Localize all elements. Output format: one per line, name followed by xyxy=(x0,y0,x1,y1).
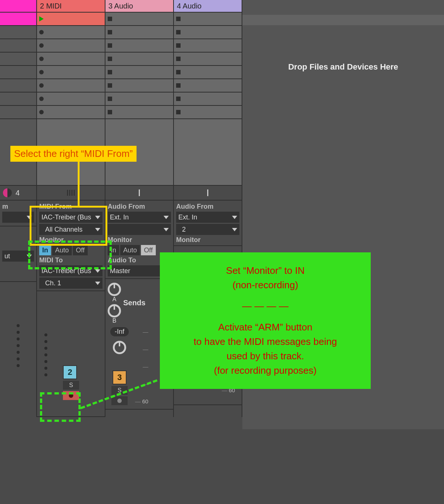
clip-slot[interactable] xyxy=(0,106,36,119)
audio-from-channel-dropdown[interactable]: 2 xyxy=(176,224,239,235)
chevron-down-icon xyxy=(164,228,169,231)
fader-scale: 60 xyxy=(135,327,148,407)
clip-slot[interactable] xyxy=(37,66,105,79)
stop-icon xyxy=(176,70,181,74)
clip-slot[interactable] xyxy=(37,39,105,53)
annotation-text: Set “Monitor” to IN xyxy=(167,263,363,278)
clip-slot[interactable] xyxy=(174,93,242,106)
send-a-knob[interactable] xyxy=(108,283,121,296)
monitor-off-button[interactable]: Off xyxy=(73,245,88,255)
clip-slot[interactable] xyxy=(0,66,36,79)
monitor-in-button[interactable]: In xyxy=(39,245,51,255)
clip-slot[interactable] xyxy=(37,26,105,39)
clip-slot[interactable] xyxy=(0,39,36,53)
send-b-label: B xyxy=(108,317,121,324)
chevron-down-icon xyxy=(164,216,169,219)
stop-icon xyxy=(108,17,112,21)
clip-slot-playing[interactable] xyxy=(37,13,105,26)
send-b-knob[interactable] xyxy=(108,304,121,317)
audio-from-label: Audio From xyxy=(108,203,171,211)
monitor-in-button[interactable]: In xyxy=(108,245,119,255)
chevron-down-icon xyxy=(27,216,32,219)
audio-from-dropdown[interactable]: Ext. In xyxy=(176,212,239,223)
midi-to-channel-dropdown[interactable]: Ch. 1 xyxy=(39,278,102,289)
clip-slot[interactable] xyxy=(0,26,36,39)
chevron-down-icon xyxy=(95,282,100,285)
stop-icon xyxy=(176,30,181,34)
track-header-2-midi[interactable]: 2 MIDI xyxy=(37,0,105,13)
monitor-label: Monitor xyxy=(39,236,102,244)
monitor-auto-button[interactable]: Auto xyxy=(120,245,140,255)
track-status-row xyxy=(37,186,105,201)
pan-knob[interactable] xyxy=(113,341,126,354)
audio-from-channel-dropdown[interactable] xyxy=(108,224,171,235)
stop-icon xyxy=(176,17,181,21)
clip-slot[interactable] xyxy=(0,93,36,106)
clip-slot[interactable] xyxy=(105,26,173,39)
clip-slot[interactable] xyxy=(174,53,242,66)
clip-slot[interactable] xyxy=(105,39,173,53)
clip-slot[interactable] xyxy=(174,79,242,93)
track-number-box[interactable]: 3 xyxy=(112,370,127,384)
record-dot-icon xyxy=(39,110,44,114)
record-dot-icon xyxy=(39,57,44,61)
midi-meter-icon xyxy=(67,190,75,196)
clip-slot[interactable] xyxy=(105,13,173,26)
arm-button[interactable] xyxy=(63,391,79,400)
track-header-3-audio[interactable]: 3 Audio xyxy=(105,0,173,13)
record-dot-icon xyxy=(39,43,44,48)
record-dot-icon xyxy=(39,70,44,74)
io-from-label: m xyxy=(2,203,34,211)
clip-slot[interactable] xyxy=(105,79,173,93)
track-header-1[interactable] xyxy=(0,0,36,13)
audio-from-dropdown[interactable]: Ext. In xyxy=(108,212,171,223)
annotation-text: Activate “ARM” button xyxy=(167,320,363,335)
monitor-auto-button[interactable]: Auto xyxy=(52,245,72,255)
clip-slot[interactable] xyxy=(0,13,36,26)
clip-slot[interactable] xyxy=(174,13,242,26)
stop-icon xyxy=(108,83,112,88)
monitor-off-button[interactable]: Off xyxy=(141,245,156,255)
out-dropdown[interactable]: ut xyxy=(2,251,34,262)
record-dot-icon xyxy=(39,83,44,88)
chevron-down-icon xyxy=(232,216,237,219)
meter-pipe-icon xyxy=(207,189,208,196)
clip-slot[interactable] xyxy=(174,106,242,119)
clip-slot[interactable] xyxy=(0,79,36,93)
scene-gap xyxy=(174,119,242,186)
midi-from-dropdown[interactable]: IAC-Treiber (Bus xyxy=(39,212,102,223)
clip-slot[interactable] xyxy=(105,53,173,66)
clip-slot[interactable] xyxy=(105,93,173,106)
annotation-text: (for recording purposes) xyxy=(167,363,363,378)
clip-slot[interactable] xyxy=(105,106,173,119)
monitor-label: Monitor xyxy=(176,236,239,244)
drop-zone-message: Drop Files and Devices Here xyxy=(288,62,398,72)
track-number-box[interactable]: 2 xyxy=(63,365,77,379)
clip-slot[interactable] xyxy=(37,106,105,119)
pan-indicator-icon xyxy=(3,188,12,197)
clip-slot[interactable] xyxy=(105,66,173,79)
chevron-down-icon xyxy=(95,269,100,273)
volume-readout[interactable]: -Inf xyxy=(110,327,129,336)
midi-from-dropdown[interactable] xyxy=(2,212,34,223)
clip-slot[interactable] xyxy=(174,66,242,79)
arm-button[interactable] xyxy=(111,396,128,405)
record-dot-icon xyxy=(39,30,44,34)
stop-icon xyxy=(108,57,112,61)
clip-slot[interactable] xyxy=(174,39,242,53)
meter-pipe-icon xyxy=(139,189,140,196)
sends-label: Sends xyxy=(123,299,145,307)
clip-slot[interactable] xyxy=(37,79,105,93)
midi-to-dropdown[interactable]: IAC-Treiber (Bus xyxy=(39,265,102,276)
solo-button[interactable]: S xyxy=(63,381,79,390)
track-header-4-audio[interactable]: 4 Audio xyxy=(174,0,242,13)
annotation-divider: — — — — xyxy=(167,299,363,313)
record-dot-icon xyxy=(117,399,122,403)
clip-slot[interactable] xyxy=(37,53,105,66)
clip-slot[interactable] xyxy=(174,26,242,39)
stop-icon xyxy=(176,110,181,114)
midi-to-label: MIDI To xyxy=(39,256,102,264)
clip-slot[interactable] xyxy=(0,53,36,66)
midi-from-channel-dropdown[interactable]: All Channels xyxy=(39,224,102,235)
clip-slot[interactable] xyxy=(37,93,105,106)
